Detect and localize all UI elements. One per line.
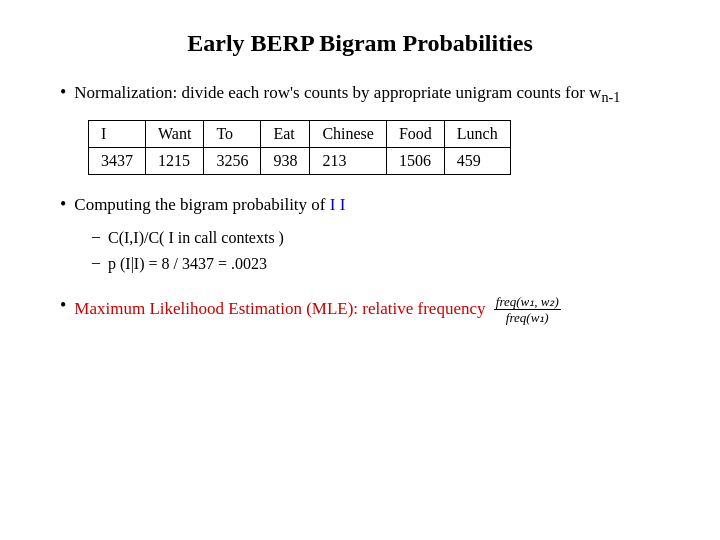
subbullet2-text: p (I|I) = 8 / 3437 = .0023 xyxy=(108,253,267,275)
bullet1-dot: • xyxy=(60,82,66,103)
header-want: Want xyxy=(146,121,204,148)
subbullet1-dash: – xyxy=(92,227,100,245)
subbullet2-dash: – xyxy=(92,253,100,271)
table-header-row: I Want To Eat Chinese Food Lunch xyxy=(89,121,511,148)
header-lunch: Lunch xyxy=(444,121,510,148)
bullet3-text: Maximum Likelihood Estimation (MLE): rel… xyxy=(74,294,560,326)
subbullet2-row: – p (I|I) = 8 / 3437 = .0023 xyxy=(92,253,660,275)
subbullet1-text: C(I,I)/C( I in call contexts ) xyxy=(108,227,284,249)
bullet2-prefix: Computing the bigram probability of xyxy=(74,195,329,214)
bullet2-row: • Computing the bigram probability of I … xyxy=(60,193,660,217)
subbullet1-row: – C(I,I)/C( I in call contexts ) xyxy=(92,227,660,249)
bullet3-dot: • xyxy=(60,295,66,316)
header-to: To xyxy=(204,121,261,148)
cell-1506: 1506 xyxy=(386,148,444,175)
bullet2-highlight: I I xyxy=(330,195,346,214)
header-eat: Eat xyxy=(261,121,310,148)
cell-3256: 3256 xyxy=(204,148,261,175)
fraction-denominator: freq(w₁) xyxy=(504,310,551,326)
bullet3-row: • Maximum Likelihood Estimation (MLE): r… xyxy=(60,294,660,326)
header-chinese: Chinese xyxy=(310,121,387,148)
normalization-section: • Normalization: divide each row's count… xyxy=(60,81,660,175)
bullet3-prefix: Maximum Likelihood Estimation (MLE): rel… xyxy=(74,299,485,318)
cell-459: 459 xyxy=(444,148,510,175)
cell-3437: 3437 xyxy=(89,148,146,175)
fraction: freq(w₁, w₂) freq(w₁) xyxy=(494,294,561,326)
mle-section: • Maximum Likelihood Estimation (MLE): r… xyxy=(60,294,660,326)
bullet2-dot: • xyxy=(60,194,66,215)
page-title: Early BERP Bigram Probabilities xyxy=(60,30,660,57)
header-I: I xyxy=(89,121,146,148)
table-data-row: 3437 1215 3256 938 213 1506 459 xyxy=(89,148,511,175)
cell-938: 938 xyxy=(261,148,310,175)
bigram-table: I Want To Eat Chinese Food Lunch 3437 12… xyxy=(88,120,511,175)
bullet1-text: Normalization: divide each row's counts … xyxy=(74,81,620,108)
bigram-prob-section: • Computing the bigram probability of I … xyxy=(60,193,660,276)
cell-213: 213 xyxy=(310,148,387,175)
bullet1-row: • Normalization: divide each row's count… xyxy=(60,81,660,108)
header-food: Food xyxy=(386,121,444,148)
cell-1215: 1215 xyxy=(146,148,204,175)
bullet2-text: Computing the bigram probability of I I xyxy=(74,193,345,217)
fraction-numerator: freq(w₁, w₂) xyxy=(494,294,561,311)
